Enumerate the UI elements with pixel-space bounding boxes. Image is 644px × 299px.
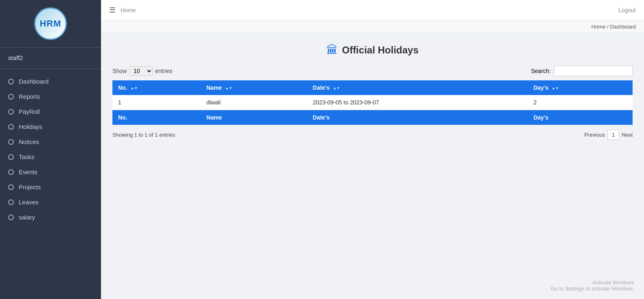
pagination-next[interactable]: Next: [622, 132, 633, 138]
table-controls: Show 102550100 entries Search:: [112, 66, 633, 76]
table-head: No. ▲▼ Name ▲▼ Date's ▲▼ Day's: [112, 80, 633, 95]
breadcrumb: Home / Dashboard: [101, 20, 644, 33]
show-label: Show: [112, 68, 127, 74]
sort-no-icon[interactable]: ▲▼: [130, 86, 138, 90]
sidebar-item-dashboard[interactable]: Dashboard: [0, 74, 101, 89]
sidebar-item-payroll[interactable]: PayRoll: [0, 104, 101, 119]
sidebar-item-holidays[interactable]: Holidays: [0, 119, 101, 134]
page-title: Official Holidays: [342, 44, 418, 56]
sidebar-username: staff2: [0, 51, 101, 65]
sidebar-label-leaves: Leaves: [19, 199, 38, 206]
nav-dot-reports: [8, 94, 14, 100]
show-entries: Show 102550100 entries: [112, 66, 172, 76]
entries-label: entries: [155, 68, 172, 74]
cell-dates: 2023-09-05 to 2023-09-07: [307, 95, 528, 110]
sidebar-label-events: Events: [19, 168, 37, 175]
pagination-page-1[interactable]: 1: [607, 130, 619, 140]
cell-no: 1: [112, 95, 201, 110]
sidebar-item-tasks[interactable]: Tasks: [0, 149, 101, 164]
nav-dot-salary: [8, 215, 14, 220]
logo-text: HRM: [40, 18, 61, 29]
header-home-link[interactable]: Home: [121, 7, 136, 13]
table-row: 1 diwali 2023-09-05 to 2023-09-07 2: [112, 95, 633, 110]
sidebar: HRM staff2 DashboardReportsPayRollHolida…: [0, 0, 101, 299]
header-bar: ☰ Home Logout: [101, 0, 644, 20]
showing-text: Showing 1 to 1 of 1 entries: [112, 132, 175, 138]
cell-days: 2: [528, 95, 633, 110]
nav-dot-tasks: [8, 154, 14, 160]
holidays-icon: 🏛: [326, 43, 338, 57]
pagination-prev[interactable]: Previous: [584, 132, 605, 138]
sidebar-divider: [0, 47, 101, 48]
search-input[interactable]: [554, 66, 633, 76]
nav-dot-payroll: [8, 109, 14, 115]
table-footer: Showing 1 to 1 of 1 entries Previous 1 N…: [112, 130, 633, 140]
col-no: No. ▲▼: [112, 80, 201, 95]
sidebar-item-salary[interactable]: salary: [0, 210, 101, 225]
sidebar-label-reports: Reports: [19, 93, 40, 100]
nav-dot-projects: [8, 184, 14, 190]
sidebar-label-projects: Projects: [19, 184, 41, 190]
sidebar-logo: HRM: [0, 0, 101, 44]
hamburger-icon[interactable]: ☰: [109, 6, 116, 15]
table-foot: No. Name Date's Day's: [112, 110, 633, 125]
sort-days-icon[interactable]: ▲▼: [552, 86, 559, 90]
nav-dot-events: [8, 169, 14, 175]
nav-dot-notices: [8, 139, 14, 145]
foot-col-name: Name: [201, 110, 307, 125]
sidebar-divider-2: [0, 69, 101, 69]
sidebar-nav: DashboardReportsPayRollHolidaysNoticesTa…: [0, 72, 101, 226]
foot-col-dates: Date's: [307, 110, 528, 125]
main-content: ☰ Home Logout Home / Dashboard 🏛 Officia…: [101, 0, 644, 299]
sidebar-item-notices[interactable]: Notices: [0, 134, 101, 149]
pagination: Previous 1 Next: [584, 130, 633, 140]
col-days: Day's ▲▼: [528, 80, 633, 95]
sidebar-label-payroll: PayRoll: [19, 108, 40, 115]
header-left: ☰ Home: [109, 6, 136, 15]
sidebar-label-notices: Notices: [19, 138, 39, 145]
sidebar-item-projects[interactable]: Projects: [0, 179, 101, 195]
breadcrumb-current: Dashboard: [610, 24, 636, 30]
sidebar-label-holidays: Holidays: [19, 123, 42, 130]
cell-name: diwali: [201, 95, 307, 110]
col-name: Name ▲▼: [201, 80, 307, 95]
foot-col-days: Day's: [528, 110, 633, 125]
entries-select[interactable]: 102550100: [129, 66, 153, 76]
sidebar-item-events[interactable]: Events: [0, 164, 101, 179]
foot-col-no: No.: [112, 110, 201, 125]
sidebar-item-leaves[interactable]: Leaves: [0, 195, 101, 210]
page-body: 🏛 Official Holidays Show 102550100 entri…: [101, 33, 644, 150]
sidebar-label-tasks: Tasks: [19, 153, 34, 160]
nav-dot-dashboard: [8, 79, 14, 84]
sort-dates-icon[interactable]: ▲▼: [333, 86, 340, 90]
sort-name-icon[interactable]: ▲▼: [225, 86, 233, 90]
nav-dot-holidays: [8, 124, 14, 130]
nav-dot-leaves: [8, 199, 14, 205]
page-title-row: 🏛 Official Holidays: [112, 43, 633, 57]
table-footer-row: No. Name Date's Day's: [112, 110, 633, 125]
table-body: 1 diwali 2023-09-05 to 2023-09-07 2: [112, 95, 633, 110]
breadcrumb-separator: /: [607, 24, 609, 30]
data-table: No. ▲▼ Name ▲▼ Date's ▲▼ Day's: [112, 80, 633, 125]
col-dates: Date's ▲▼: [307, 80, 528, 95]
search-row: Search:: [531, 66, 633, 76]
logo-circle: HRM: [34, 7, 67, 40]
search-label: Search:: [531, 68, 551, 74]
sidebar-label-dashboard: Dashboard: [19, 78, 48, 85]
breadcrumb-home[interactable]: Home: [591, 24, 606, 30]
sidebar-label-salary: salary: [19, 214, 35, 221]
table-header-row: No. ▲▼ Name ▲▼ Date's ▲▼ Day's: [112, 80, 633, 95]
sidebar-item-reports[interactable]: Reports: [0, 89, 101, 104]
logout-button[interactable]: Logout: [618, 7, 636, 13]
